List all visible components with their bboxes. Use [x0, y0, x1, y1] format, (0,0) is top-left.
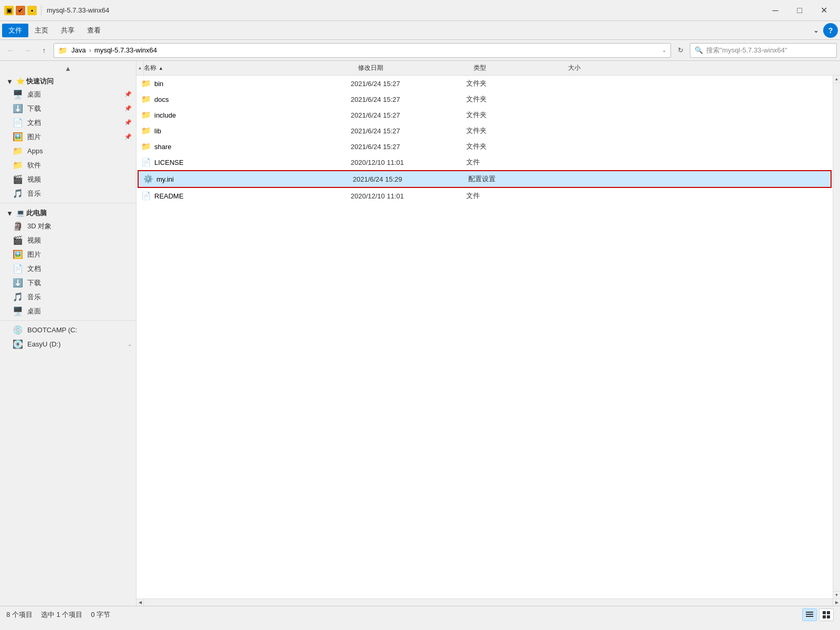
sidebar-item-downloads2-label: 下载 [27, 278, 41, 288]
col-date-label: 修改日期 [358, 64, 383, 72]
sidebar-item-desktop-label: 桌面 [27, 90, 41, 99]
maximize-button[interactable]: □ [788, 2, 812, 19]
menu-item-home[interactable]: 主页 [28, 24, 55, 37]
sidebar-divider-1 [0, 203, 136, 203]
scroll-track[interactable] [833, 83, 840, 591]
menu-item-file[interactable]: 文件 [2, 24, 28, 37]
search-box[interactable]: 🔍 搜索"mysql-5.7.33-winx64" [690, 43, 837, 58]
col-header-date[interactable]: 修改日期 [354, 64, 469, 72]
menu-item-view[interactable]: 查看 [81, 24, 107, 37]
bootcamp-icon: 💿 [13, 325, 23, 335]
this-pc-chevron-icon: ▼ [6, 209, 13, 217]
this-pc-header[interactable]: ▼ 💻 此电脑 [0, 205, 136, 219]
forward-button[interactable]: → [20, 43, 35, 58]
file-name-myini: my.ini [156, 175, 174, 183]
file-icon-myini: ⚙️ [143, 174, 153, 184]
column-headers: ▲ 名称 ▲ 修改日期 类型 大小 [136, 61, 840, 76]
refresh-button[interactable]: ↻ [673, 43, 688, 58]
sidebar-item-pictures[interactable]: 🖼️ 图片 📌 [0, 130, 136, 144]
col-size-label: 大小 [568, 64, 581, 72]
file-date-myini: 2021/6/24 15:29 [353, 175, 468, 183]
sidebar-item-documents2[interactable]: 📄 文档 [0, 261, 136, 276]
svg-rect-2 [806, 616, 813, 617]
sidebar-item-music[interactable]: 🎵 音乐 [0, 186, 136, 201]
file-name-bin: bin [154, 80, 163, 88]
sidebar-item-software[interactable]: 📁 软件 [0, 158, 136, 172]
sidebar-item-easyu[interactable]: 💽 EasyU (D:) ⌄ [0, 337, 136, 351]
col-name-label: 名称 [144, 64, 156, 72]
path-part-mysql: mysql-5.7.33-winx64 [94, 46, 157, 54]
path-dropdown-icon[interactable]: ⌄ [662, 47, 666, 53]
hscroll-left-button[interactable]: ◀ [136, 599, 144, 606]
folder-icon-lib: 📁 [141, 126, 151, 135]
file-name-license: LICENSE [154, 159, 184, 166]
col-header-type[interactable]: 类型 [469, 64, 564, 72]
address-path[interactable]: 📁 Java › mysql-5.7.33-winx64 ⌄ [54, 43, 671, 58]
file-row-bin[interactable]: 📁 bin 2021/6/24 15:27 文件夹 [136, 76, 833, 91]
search-placeholder: 搜索"mysql-5.7.33-winx64" [706, 46, 787, 55]
file-row-myini[interactable]: ⚙️ my.ini 2021/6/24 15:29 配置设置 [139, 171, 831, 187]
menu-chevron-icon[interactable]: ⌄ [808, 23, 823, 38]
sidebar-item-apps[interactable]: 📁 Apps [0, 144, 136, 158]
pin-icon-3: 📌 [124, 119, 132, 126]
sidebar-scroll-up[interactable]: ▲ [0, 63, 136, 74]
sidebar-item-bootcamp[interactable]: 💿 BOOTCAMP (C: [0, 323, 136, 337]
file-date-include: 2021/6/24 15:27 [351, 111, 466, 119]
sidebar-item-software-label: 软件 [27, 161, 41, 170]
sidebar-item-desktop[interactable]: 🖥️ 桌面 📌 [0, 87, 136, 101]
item-count: 8 个项目 [6, 610, 33, 620]
sidebar-item-music2[interactable]: 🎵 音乐 [0, 290, 136, 304]
sidebar-item-downloads2[interactable]: ⬇️ 下载 [0, 276, 136, 290]
sidebar-item-pictures2-label: 图片 [27, 250, 41, 259]
file-type-lib: 文件夹 [466, 126, 561, 135]
file-row-include[interactable]: 📁 include 2021/6/24 15:27 文件夹 [136, 107, 833, 123]
col-scroll-indicator: ▲ [138, 66, 142, 70]
sidebar-item-3d[interactable]: 🗿 3D 对象 [0, 219, 136, 233]
folder-icon-bin: 📁 [141, 79, 151, 88]
sidebar-item-music2-label: 音乐 [27, 292, 41, 302]
quick-access-label: ⭐ 快速访问 [16, 77, 54, 86]
sidebar-item-pictures2[interactable]: 🖼️ 图片 [0, 247, 136, 261]
hscroll-right-button[interactable]: ▶ [833, 599, 840, 606]
sidebar-item-3d-label: 3D 对象 [27, 222, 51, 231]
documents2-icon: 📄 [13, 264, 23, 274]
file-name-docs: docs [154, 96, 169, 103]
file-name-share: share [154, 143, 172, 151]
file-row-readme[interactable]: 📄 README 2020/12/10 11:01 文件 [136, 188, 833, 204]
minimize-button[interactable]: ─ [763, 2, 788, 19]
file-row-license[interactable]: 📄 LICENSE 2020/12/10 11:01 文件 [136, 154, 833, 170]
large-icon-view-button[interactable] [819, 608, 834, 621]
col-header-name[interactable]: 名称 ▲ [144, 64, 354, 72]
file-row-share[interactable]: 📁 share 2021/6/24 15:27 文件夹 [136, 139, 833, 154]
sidebar-item-documents-label: 文档 [27, 118, 41, 128]
svg-rect-6 [827, 615, 830, 618]
details-view-button[interactable] [802, 608, 817, 621]
hscroll-track[interactable] [144, 599, 833, 606]
up-button[interactable]: ↑ [37, 43, 51, 58]
quick-access-header[interactable]: ▼ ⭐ 快速访问 [0, 74, 136, 87]
sidebar-item-downloads[interactable]: ⬇️ 下载 📌 [0, 101, 136, 116]
sidebar-item-video[interactable]: 🎬 视频 [0, 172, 136, 186]
downloads2-icon: ⬇️ [13, 278, 23, 288]
menu-item-share[interactable]: 共享 [55, 24, 81, 37]
sidebar-item-music-label: 音乐 [27, 189, 41, 198]
col-header-size[interactable]: 大小 [564, 64, 627, 72]
sidebar-item-desktop2[interactable]: 🖥️ 桌面 [0, 304, 136, 318]
music-icon: 🎵 [13, 188, 23, 198]
back-button[interactable]: ← [3, 43, 18, 58]
sidebar-item-video2[interactable]: 🎬 视频 [0, 233, 136, 247]
downloads-icon: ⬇️ [13, 103, 23, 113]
help-button[interactable]: ? [823, 23, 838, 38]
3d-icon: 🗿 [13, 221, 23, 231]
selected-count: 选中 1 个项目 [41, 610, 82, 620]
scroll-up-button[interactable]: ▲ [833, 76, 840, 83]
close-button[interactable]: ✕ [812, 2, 836, 19]
scroll-down-button[interactable]: ▼ [833, 591, 840, 598]
sidebar-item-easyu-label: EasyU (D:) [27, 340, 61, 348]
sidebar-item-documents[interactable]: 📄 文档 📌 [0, 116, 136, 130]
file-row-lib[interactable]: 📁 lib 2021/6/24 15:27 文件夹 [136, 123, 833, 139]
file-row-docs[interactable]: 📁 docs 2021/6/24 15:27 文件夹 [136, 91, 833, 107]
folder-icon-docs: 📁 [141, 94, 151, 104]
file-date-readme: 2020/12/10 11:01 [351, 192, 466, 200]
file-name-include: include [154, 111, 176, 119]
